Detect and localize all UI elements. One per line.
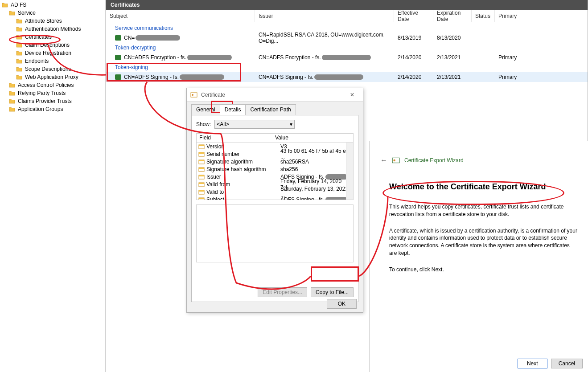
cell-primary: Primary: [495, 74, 566, 80]
tree-root[interactable]: AD FS: [0, 1, 105, 9]
svg-point-19: [393, 159, 395, 162]
col-exp[interactable]: Expiration Date: [433, 10, 472, 22]
cell-exp: 8/13/2020: [433, 35, 472, 41]
field-icon: [198, 144, 205, 149]
field-icon: [198, 182, 205, 187]
field-row[interactable]: Valid toSaturday, February 13, 2021 ...: [197, 188, 353, 196]
details-tabpage: Show: <All> ▾ Field Value VersionV3Seria…: [191, 115, 358, 302]
folder-icon: [16, 34, 22, 40]
tab-general[interactable]: General: [191, 104, 220, 115]
cancel-button[interactable]: Cancel: [551, 359, 583, 368]
field-value: ADFS Signing - fs.: [280, 196, 353, 200]
field-detail-textarea[interactable]: [196, 204, 354, 262]
field-name: Signature hash algorithm: [206, 166, 280, 172]
tab-details[interactable]: Details: [220, 104, 246, 115]
tree-item-label: Claim Descriptions: [25, 42, 70, 48]
tree-item[interactable]: Application Groups: [0, 105, 105, 113]
field-row[interactable]: SubjectADFS Signing - fs.: [197, 196, 353, 200]
grid-group-header[interactable]: Token-signing: [106, 62, 588, 72]
value-col-header: Value: [272, 134, 353, 142]
field-name: Signature algorithm: [206, 159, 280, 165]
wizard-text-2: A certificate, which is issued by a cert…: [370, 225, 588, 263]
tree-item[interactable]: Relying Party Trusts: [0, 89, 105, 97]
svg-rect-17: [199, 198, 204, 199]
cell-exp: 2/13/2021: [433, 74, 472, 80]
svg-rect-7: [199, 160, 204, 161]
close-icon[interactable]: ×: [345, 91, 359, 99]
col-subject[interactable]: Subject: [106, 10, 255, 22]
grid-group-header[interactable]: Token-decrypting: [106, 43, 588, 53]
tree-item-label: Claims Provider Trusts: [18, 98, 72, 104]
field-name: Version: [206, 143, 280, 150]
edit-properties-button: Edit Properties...: [258, 287, 307, 297]
folder-icon: [16, 42, 22, 48]
show-dropdown[interactable]: <All> ▾: [214, 120, 295, 129]
tree-item[interactable]: Claim Descriptions: [0, 41, 105, 49]
ok-button[interactable]: OK: [327, 299, 357, 309]
tree-item[interactable]: Access Control Policies: [0, 81, 105, 89]
tab-cert-path[interactable]: Certification Path: [245, 104, 296, 115]
cell-subject: CN=ADFS Encryption - fs.: [124, 54, 186, 61]
wizard-label: Certificate Export Wizard: [404, 157, 464, 164]
field-name: Issuer: [206, 174, 280, 180]
back-arrow-icon[interactable]: ←: [380, 156, 387, 164]
tree-item[interactable]: Attribute Stores: [0, 17, 105, 25]
field-icon: [198, 151, 205, 157]
copy-to-file-button[interactable]: Copy to File...: [311, 287, 354, 297]
tree-item[interactable]: Claims Provider Trusts: [0, 97, 105, 105]
tree-item[interactable]: Service: [0, 9, 105, 17]
folder-icon: [9, 90, 15, 96]
col-primary[interactable]: Primary: [495, 10, 566, 22]
field-row[interactable]: Signature hash algorithmsha256: [197, 165, 353, 173]
cell-eff: 2/14/2020: [394, 54, 433, 61]
col-eff[interactable]: Effective Date: [394, 10, 433, 22]
tree-item-label: Certificates: [25, 34, 52, 40]
field-name: Valid to: [206, 189, 280, 195]
tree-item[interactable]: Web Application Proxy: [0, 73, 105, 81]
field-name: Subject: [206, 196, 280, 200]
tree-item[interactable]: Authentication Methods: [0, 25, 105, 33]
svg-rect-5: [199, 152, 204, 154]
field-value: sha256: [280, 166, 353, 172]
tree-item[interactable]: Scope Descriptions: [0, 65, 105, 73]
folder-icon: [9, 82, 15, 88]
svg-rect-9: [199, 168, 204, 169]
svg-point-1: [192, 94, 193, 96]
grid-row[interactable]: CN=CN=RapidSSL RSA CA 2018, OU=www.digic…: [106, 33, 588, 43]
cell-subject: CN=ADFS Signing - fs.: [124, 74, 179, 80]
field-icon: [198, 197, 205, 200]
tree-item[interactable]: Endpoints: [0, 57, 105, 65]
tree-item-label: Access Control Policies: [18, 82, 74, 88]
tree-item-label: Web Application Proxy: [25, 74, 78, 80]
wizard-text-1: This wizard helps you copy certificates,…: [370, 200, 588, 225]
folder-icon: [9, 10, 15, 16]
scrollbar[interactable]: [346, 143, 353, 200]
next-button[interactable]: Next: [518, 359, 547, 368]
svg-rect-3: [199, 145, 204, 146]
folder-icon: [16, 26, 22, 32]
wizard-text-3: To continue, click Next.: [370, 263, 588, 280]
show-label: Show:: [196, 121, 211, 127]
grid-row[interactable]: CN=ADFS Signing - fs.CN=ADFS Signing - f…: [106, 72, 588, 82]
export-wizard: ← Certificate Export Wizard Welcome to t…: [369, 141, 588, 372]
col-status[interactable]: Status: [472, 10, 495, 22]
svg-rect-15: [199, 190, 204, 192]
cell-exp: 2/13/2021: [433, 54, 472, 61]
tree-item[interactable]: Device Registration: [0, 49, 105, 57]
fields-listview[interactable]: Field Value VersionV3Serial number43 f5 …: [196, 133, 354, 200]
field-name: Serial number: [206, 151, 280, 157]
grid-header: Subject Issuer Effective Date Expiration…: [106, 10, 588, 22]
certificate-icon: [392, 156, 400, 164]
col-issuer[interactable]: Issuer: [255, 10, 394, 22]
folder-icon: [2, 2, 8, 8]
tree-item-label: Service: [18, 10, 36, 16]
folder-icon: [16, 74, 22, 80]
cell-subject: CN=: [124, 35, 135, 41]
tree-item[interactable]: Certificates: [0, 33, 105, 41]
grid-row[interactable]: CN=ADFS Encryption - fs.CN=ADFS Encrypti…: [106, 53, 588, 62]
field-row[interactable]: Signature algorithmsha256RSA: [197, 158, 353, 165]
certificate-icon: [115, 35, 121, 41]
field-row[interactable]: Serial number43 f5 00 61 45 f7 5b af 45 …: [197, 150, 353, 158]
show-value: <All>: [217, 121, 229, 127]
dialog-titlebar[interactable]: Certificate ×: [187, 88, 363, 102]
